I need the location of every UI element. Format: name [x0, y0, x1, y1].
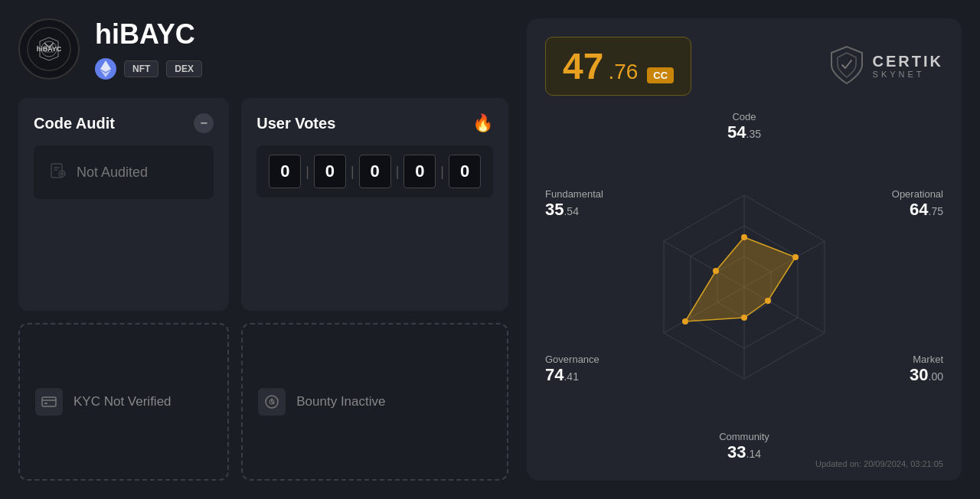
cards-grid: Code Audit − Not Audited	[18, 98, 508, 481]
bounty-label: Bounty Inactive	[296, 394, 385, 409]
vote-digit-3: 0	[359, 155, 391, 188]
code-audit-title: Code Audit	[34, 115, 115, 132]
project-header: hiBAYC hiBAYC NFT DEX	[18, 18, 508, 80]
svg-rect-5	[42, 397, 56, 406]
code-audit-header: Code Audit −	[34, 113, 214, 133]
certik-name: CERTIK	[873, 54, 943, 69]
svg-text:hiBAYC: hiBAYC	[37, 45, 62, 53]
svg-rect-6	[44, 403, 47, 404]
not-audited-text: Not Audited	[77, 165, 148, 181]
code-audit-card: Code Audit − Not Audited	[18, 98, 229, 311]
updated-text: Updated on: 20/09/2024, 03:21:05	[815, 459, 943, 468]
svg-point-20	[682, 318, 688, 325]
score-decimal: .76	[608, 60, 638, 84]
left-panel: hiBAYC hiBAYC NFT DEX	[18, 18, 508, 481]
cc-badge: CC	[647, 67, 674, 83]
user-votes-title: User Votes	[256, 115, 335, 132]
project-logo: hiBAYC	[18, 18, 80, 80]
svg-point-21	[713, 268, 719, 274]
user-votes-card: User Votes 🔥 0 | 0 | 0 | 0 | 0	[241, 98, 508, 311]
vote-digit-1: 0	[269, 155, 301, 188]
label-market: Market 30.00	[910, 354, 943, 385]
project-info: hiBAYC NFT DEX	[95, 18, 202, 80]
tags-row: NFT DEX	[95, 58, 202, 80]
svg-point-17	[792, 254, 799, 260]
label-code: Code 54.35	[727, 111, 761, 142]
vote-digit-5: 0	[449, 155, 481, 188]
score-main: 47	[563, 45, 603, 87]
label-community: Community 33.14	[719, 431, 769, 462]
kyc-icon	[35, 388, 63, 416]
user-votes-header: User Votes 🔥	[256, 113, 493, 133]
right-panel: 47 .76 CC CERTIK SKYNET	[527, 18, 962, 481]
label-operational: Operational 64.75	[892, 188, 943, 220]
not-audited-box: Not Audited	[34, 145, 214, 199]
vote-display: 0 | 0 | 0 | 0 | 0	[256, 145, 493, 197]
radar-area: Code 54.35 Operational 64.75 Market 30.0…	[545, 111, 943, 462]
certik-text: CERTIK SKYNET	[873, 54, 943, 79]
bounty-icon	[258, 388, 286, 416]
project-name: hiBAYC	[95, 18, 202, 51]
svg-point-19	[741, 315, 747, 321]
tag-dex: DEX	[166, 60, 202, 77]
bounty-card: Bounty Inactive	[241, 323, 508, 481]
kyc-label: KYC Not Verified	[74, 394, 172, 409]
fire-icon: 🔥	[472, 113, 493, 133]
vote-digit-2: 0	[314, 155, 346, 188]
right-top: 47 .76 CC CERTIK SKYNET	[545, 37, 943, 96]
certik-sub: SKYNET	[873, 70, 943, 79]
certik-shield-icon	[828, 45, 865, 88]
certik-logo: CERTIK SKYNET	[828, 45, 943, 88]
svg-point-16	[741, 234, 747, 240]
label-governance: Governance 74.41	[545, 354, 599, 385]
collapse-button[interactable]: −	[194, 113, 214, 133]
tag-nft: NFT	[124, 60, 158, 77]
label-fundamental: Fundamental 35.54	[545, 188, 603, 220]
kyc-card: KYC Not Verified	[18, 323, 229, 481]
score-box: 47 .76 CC	[545, 37, 691, 96]
radar-chart	[629, 172, 859, 402]
audit-icon	[49, 161, 67, 184]
vote-digit-4: 0	[403, 155, 436, 188]
eth-icon	[95, 58, 116, 80]
svg-point-18	[765, 298, 771, 304]
